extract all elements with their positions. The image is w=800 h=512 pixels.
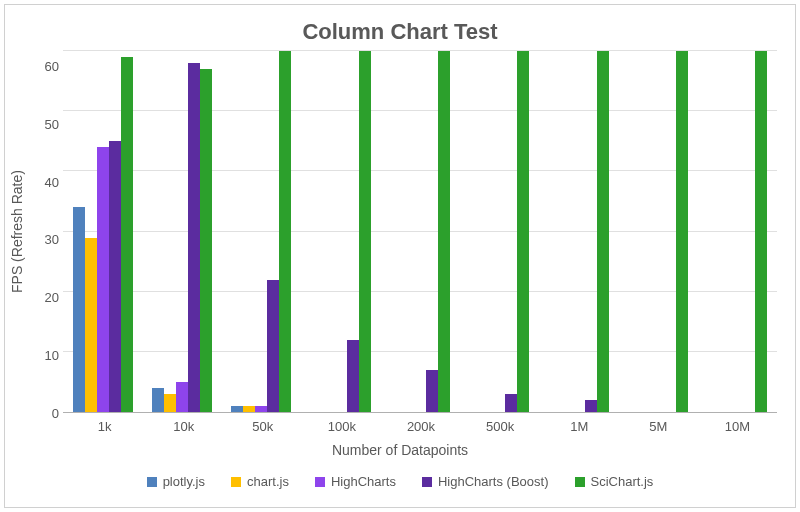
- bar-group: [539, 51, 618, 412]
- y-tick: 20: [33, 290, 63, 305]
- bar: [755, 51, 767, 412]
- y-axis-label: FPS (Refresh Rate): [5, 51, 33, 413]
- bar: [597, 51, 609, 412]
- x-tick: 500k: [461, 413, 540, 434]
- bar: [426, 370, 438, 412]
- bar-group: [380, 51, 459, 412]
- x-tick: 50k: [223, 413, 302, 434]
- legend-label: HighCharts: [331, 474, 396, 489]
- y-tick: 30: [33, 232, 63, 247]
- bar-group: [222, 51, 301, 412]
- y-axis-ticks: 0102030405060: [33, 51, 63, 413]
- bar: [438, 51, 450, 412]
- y-tick: 0: [33, 405, 63, 420]
- bar: [676, 51, 688, 412]
- x-axis-ticks: 1k10k50k100k200k500k1M5M10M: [5, 413, 795, 434]
- x-tick: 1M: [540, 413, 619, 434]
- bar: [359, 51, 371, 412]
- bar: [347, 340, 359, 412]
- bar: [97, 147, 109, 412]
- legend-item: HighCharts (Boost): [422, 474, 549, 489]
- bar-group: [301, 51, 380, 412]
- legend-label: HighCharts (Boost): [438, 474, 549, 489]
- bar-group: [698, 51, 777, 412]
- legend-label: SciChart.js: [591, 474, 654, 489]
- bar-group: [460, 51, 539, 412]
- bar: [585, 400, 597, 412]
- bar: [231, 406, 243, 412]
- legend-item: SciChart.js: [575, 474, 654, 489]
- legend-label: plotly.js: [163, 474, 205, 489]
- x-tick: 100k: [302, 413, 381, 434]
- y-tick: 50: [33, 116, 63, 131]
- y-tick: 60: [33, 59, 63, 74]
- chart-frame: Column Chart Test FPS (Refresh Rate) 010…: [4, 4, 796, 508]
- legend-swatch: [231, 477, 241, 487]
- bar-groups: [63, 51, 777, 412]
- bar-group: [63, 51, 142, 412]
- bar: [255, 406, 267, 412]
- bar: [279, 51, 291, 412]
- bar: [243, 406, 255, 412]
- legend: plotly.jschart.jsHighChartsHighCharts (B…: [5, 464, 795, 507]
- x-tick: 5M: [619, 413, 698, 434]
- bar: [164, 394, 176, 412]
- legend-item: chart.js: [231, 474, 289, 489]
- x-tick: 200k: [381, 413, 460, 434]
- bar: [517, 51, 529, 412]
- x-axis-label: Number of Datapoints: [5, 434, 795, 464]
- chart-title: Column Chart Test: [5, 5, 795, 51]
- bar: [188, 63, 200, 412]
- legend-item: HighCharts: [315, 474, 396, 489]
- legend-swatch: [575, 477, 585, 487]
- legend-swatch: [422, 477, 432, 487]
- bar: [73, 207, 85, 412]
- bar: [176, 382, 188, 412]
- legend-label: chart.js: [247, 474, 289, 489]
- bar: [200, 69, 212, 412]
- bar: [121, 57, 133, 412]
- y-tick: 40: [33, 174, 63, 189]
- bar: [267, 280, 279, 412]
- x-tick: 10M: [698, 413, 777, 434]
- bar: [109, 141, 121, 412]
- bar-group: [618, 51, 697, 412]
- x-tick: 10k: [144, 413, 223, 434]
- bar-group: [142, 51, 221, 412]
- legend-item: plotly.js: [147, 474, 205, 489]
- bar: [152, 388, 164, 412]
- legend-swatch: [315, 477, 325, 487]
- y-tick: 10: [33, 348, 63, 363]
- x-tick: 1k: [65, 413, 144, 434]
- bar: [85, 238, 97, 412]
- plot-row: FPS (Refresh Rate) 0102030405060: [5, 51, 795, 413]
- plot-area: [63, 51, 777, 413]
- legend-swatch: [147, 477, 157, 487]
- bar: [505, 394, 517, 412]
